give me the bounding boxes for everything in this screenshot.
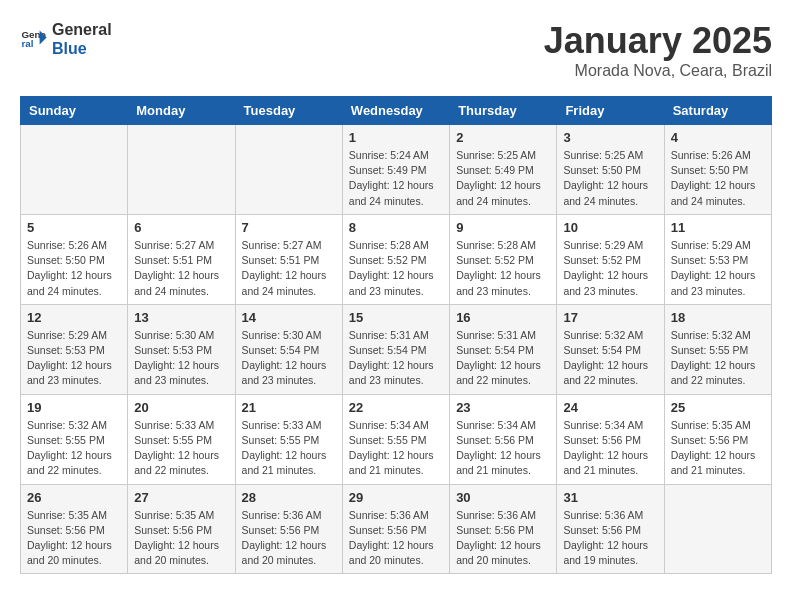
calendar-cell: 8Sunrise: 5:28 AM Sunset: 5:52 PM Daylig… (342, 214, 449, 304)
day-number: 30 (456, 490, 550, 505)
day-number: 14 (242, 310, 336, 325)
day-number: 11 (671, 220, 765, 235)
day-info: Sunrise: 5:36 AM Sunset: 5:56 PM Dayligh… (563, 508, 657, 569)
calendar-week-3: 12Sunrise: 5:29 AM Sunset: 5:53 PM Dayli… (21, 304, 772, 394)
day-number: 21 (242, 400, 336, 415)
day-number: 29 (349, 490, 443, 505)
calendar-cell: 20Sunrise: 5:33 AM Sunset: 5:55 PM Dayli… (128, 394, 235, 484)
day-info: Sunrise: 5:32 AM Sunset: 5:55 PM Dayligh… (671, 328, 765, 389)
calendar-cell: 25Sunrise: 5:35 AM Sunset: 5:56 PM Dayli… (664, 394, 771, 484)
header-day-wednesday: Wednesday (342, 97, 449, 125)
calendar-cell: 27Sunrise: 5:35 AM Sunset: 5:56 PM Dayli… (128, 484, 235, 574)
day-info: Sunrise: 5:35 AM Sunset: 5:56 PM Dayligh… (671, 418, 765, 479)
calendar-cell: 1Sunrise: 5:24 AM Sunset: 5:49 PM Daylig… (342, 125, 449, 215)
day-number: 28 (242, 490, 336, 505)
day-info: Sunrise: 5:34 AM Sunset: 5:55 PM Dayligh… (349, 418, 443, 479)
calendar-subtitle: Morada Nova, Ceara, Brazil (544, 62, 772, 80)
day-number: 20 (134, 400, 228, 415)
calendar-cell: 9Sunrise: 5:28 AM Sunset: 5:52 PM Daylig… (450, 214, 557, 304)
logo-icon: Gene ral (20, 25, 48, 53)
header-day-friday: Friday (557, 97, 664, 125)
day-number: 19 (27, 400, 121, 415)
calendar-cell: 21Sunrise: 5:33 AM Sunset: 5:55 PM Dayli… (235, 394, 342, 484)
day-info: Sunrise: 5:30 AM Sunset: 5:53 PM Dayligh… (134, 328, 228, 389)
calendar-week-2: 5Sunrise: 5:26 AM Sunset: 5:50 PM Daylig… (21, 214, 772, 304)
header-day-sunday: Sunday (21, 97, 128, 125)
day-number: 9 (456, 220, 550, 235)
day-number: 24 (563, 400, 657, 415)
day-number: 1 (349, 130, 443, 145)
calendar-cell (664, 484, 771, 574)
day-info: Sunrise: 5:35 AM Sunset: 5:56 PM Dayligh… (134, 508, 228, 569)
calendar-cell: 12Sunrise: 5:29 AM Sunset: 5:53 PM Dayli… (21, 304, 128, 394)
day-info: Sunrise: 5:35 AM Sunset: 5:56 PM Dayligh… (27, 508, 121, 569)
calendar-cell: 23Sunrise: 5:34 AM Sunset: 5:56 PM Dayli… (450, 394, 557, 484)
svg-text:ral: ral (21, 39, 33, 50)
day-number: 10 (563, 220, 657, 235)
day-info: Sunrise: 5:27 AM Sunset: 5:51 PM Dayligh… (134, 238, 228, 299)
day-number: 5 (27, 220, 121, 235)
day-info: Sunrise: 5:36 AM Sunset: 5:56 PM Dayligh… (456, 508, 550, 569)
header-day-monday: Monday (128, 97, 235, 125)
day-info: Sunrise: 5:34 AM Sunset: 5:56 PM Dayligh… (563, 418, 657, 479)
day-info: Sunrise: 5:24 AM Sunset: 5:49 PM Dayligh… (349, 148, 443, 209)
day-info: Sunrise: 5:29 AM Sunset: 5:53 PM Dayligh… (671, 238, 765, 299)
day-info: Sunrise: 5:31 AM Sunset: 5:54 PM Dayligh… (349, 328, 443, 389)
calendar-cell: 6Sunrise: 5:27 AM Sunset: 5:51 PM Daylig… (128, 214, 235, 304)
calendar-cell: 18Sunrise: 5:32 AM Sunset: 5:55 PM Dayli… (664, 304, 771, 394)
day-number: 3 (563, 130, 657, 145)
day-info: Sunrise: 5:31 AM Sunset: 5:54 PM Dayligh… (456, 328, 550, 389)
day-number: 13 (134, 310, 228, 325)
day-number: 16 (456, 310, 550, 325)
day-info: Sunrise: 5:33 AM Sunset: 5:55 PM Dayligh… (242, 418, 336, 479)
calendar-cell: 14Sunrise: 5:30 AM Sunset: 5:54 PM Dayli… (235, 304, 342, 394)
calendar-cell: 3Sunrise: 5:25 AM Sunset: 5:50 PM Daylig… (557, 125, 664, 215)
day-info: Sunrise: 5:26 AM Sunset: 5:50 PM Dayligh… (671, 148, 765, 209)
calendar-cell: 15Sunrise: 5:31 AM Sunset: 5:54 PM Dayli… (342, 304, 449, 394)
day-number: 27 (134, 490, 228, 505)
day-number: 8 (349, 220, 443, 235)
day-info: Sunrise: 5:32 AM Sunset: 5:55 PM Dayligh… (27, 418, 121, 479)
calendar-week-4: 19Sunrise: 5:32 AM Sunset: 5:55 PM Dayli… (21, 394, 772, 484)
calendar-week-5: 26Sunrise: 5:35 AM Sunset: 5:56 PM Dayli… (21, 484, 772, 574)
day-number: 22 (349, 400, 443, 415)
calendar-cell: 13Sunrise: 5:30 AM Sunset: 5:53 PM Dayli… (128, 304, 235, 394)
day-number: 23 (456, 400, 550, 415)
page-header: Gene ral General Blue January 2025 Morad… (20, 20, 772, 80)
calendar-cell: 31Sunrise: 5:36 AM Sunset: 5:56 PM Dayli… (557, 484, 664, 574)
header-day-saturday: Saturday (664, 97, 771, 125)
day-info: Sunrise: 5:28 AM Sunset: 5:52 PM Dayligh… (349, 238, 443, 299)
day-info: Sunrise: 5:25 AM Sunset: 5:49 PM Dayligh… (456, 148, 550, 209)
day-info: Sunrise: 5:30 AM Sunset: 5:54 PM Dayligh… (242, 328, 336, 389)
calendar-cell: 11Sunrise: 5:29 AM Sunset: 5:53 PM Dayli… (664, 214, 771, 304)
calendar-cell (235, 125, 342, 215)
day-number: 18 (671, 310, 765, 325)
day-info: Sunrise: 5:33 AM Sunset: 5:55 PM Dayligh… (134, 418, 228, 479)
calendar-body: 1Sunrise: 5:24 AM Sunset: 5:49 PM Daylig… (21, 125, 772, 574)
logo: Gene ral General Blue (20, 20, 112, 58)
day-info: Sunrise: 5:28 AM Sunset: 5:52 PM Dayligh… (456, 238, 550, 299)
calendar-cell: 30Sunrise: 5:36 AM Sunset: 5:56 PM Dayli… (450, 484, 557, 574)
day-info: Sunrise: 5:36 AM Sunset: 5:56 PM Dayligh… (349, 508, 443, 569)
calendar-cell: 28Sunrise: 5:36 AM Sunset: 5:56 PM Dayli… (235, 484, 342, 574)
calendar-cell: 5Sunrise: 5:26 AM Sunset: 5:50 PM Daylig… (21, 214, 128, 304)
calendar-cell (128, 125, 235, 215)
day-number: 6 (134, 220, 228, 235)
calendar-cell: 2Sunrise: 5:25 AM Sunset: 5:49 PM Daylig… (450, 125, 557, 215)
calendar-table: SundayMondayTuesdayWednesdayThursdayFrid… (20, 96, 772, 574)
header-day-tuesday: Tuesday (235, 97, 342, 125)
day-number: 7 (242, 220, 336, 235)
day-info: Sunrise: 5:25 AM Sunset: 5:50 PM Dayligh… (563, 148, 657, 209)
calendar-cell: 22Sunrise: 5:34 AM Sunset: 5:55 PM Dayli… (342, 394, 449, 484)
day-number: 2 (456, 130, 550, 145)
calendar-cell: 4Sunrise: 5:26 AM Sunset: 5:50 PM Daylig… (664, 125, 771, 215)
calendar-cell: 10Sunrise: 5:29 AM Sunset: 5:52 PM Dayli… (557, 214, 664, 304)
calendar-cell: 26Sunrise: 5:35 AM Sunset: 5:56 PM Dayli… (21, 484, 128, 574)
day-info: Sunrise: 5:34 AM Sunset: 5:56 PM Dayligh… (456, 418, 550, 479)
day-info: Sunrise: 5:27 AM Sunset: 5:51 PM Dayligh… (242, 238, 336, 299)
logo-line1: General (52, 20, 112, 39)
day-number: 4 (671, 130, 765, 145)
calendar-title: January 2025 (544, 20, 772, 62)
day-number: 31 (563, 490, 657, 505)
calendar-cell: 29Sunrise: 5:36 AM Sunset: 5:56 PM Dayli… (342, 484, 449, 574)
